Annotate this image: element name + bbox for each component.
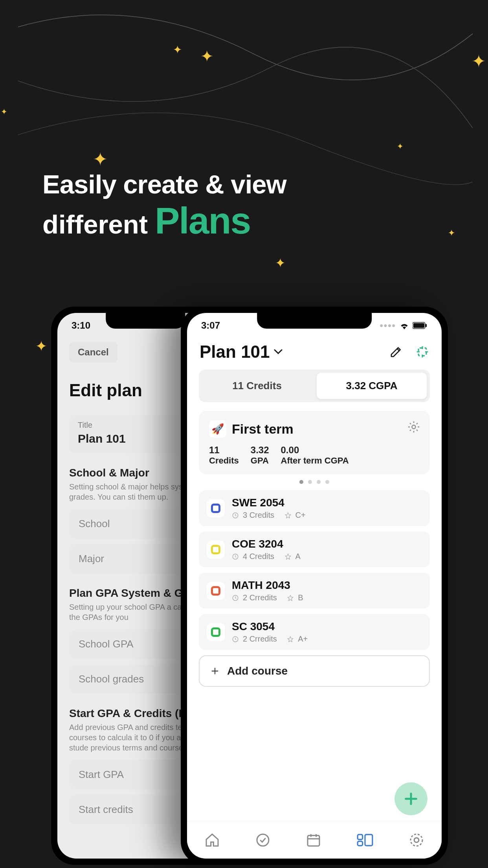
svg-point-15: [411, 834, 422, 846]
gear-icon[interactable]: [407, 420, 420, 434]
course-credits: 2 Crredits: [243, 634, 277, 644]
star-icon: ✦: [173, 43, 182, 56]
star-icon: ✦: [35, 338, 47, 355]
notch: [257, 313, 372, 329]
status-time: 3:10: [72, 320, 90, 331]
svg-point-14: [414, 838, 419, 842]
star-icon: ✦: [275, 256, 286, 270]
term-name: First term: [232, 421, 294, 437]
star-icon: [284, 553, 292, 560]
tab-tasks[interactable]: [255, 832, 271, 848]
headline-line2b: Plans: [155, 199, 250, 242]
check-circle-icon: [255, 832, 271, 848]
segment-credits[interactable]: 11 Credits: [202, 373, 312, 399]
course-meta: 4 Credits A: [232, 552, 301, 561]
term-gpa-lab: GPA: [251, 456, 269, 466]
plus-icon: [211, 667, 219, 675]
wifi-icon: [399, 322, 409, 329]
tab-bar: [187, 821, 442, 859]
course-meta: 2 Crredits A+: [232, 634, 308, 644]
course-color-badge: [207, 582, 225, 600]
plan-title-dropdown[interactable]: Plan 101: [200, 342, 283, 362]
course-name: SC 3054: [232, 620, 308, 633]
cancel-button[interactable]: Cancel: [69, 342, 117, 362]
clock-icon: [232, 512, 239, 519]
course-credits: 2 Crredits: [243, 593, 277, 602]
page-indicator: [187, 480, 442, 484]
term-after-lab: After term CGPA: [281, 456, 349, 466]
star-icon: ✦: [471, 51, 486, 71]
course-grade: A+: [298, 634, 308, 644]
tab-home[interactable]: [204, 832, 220, 848]
star-icon: [287, 636, 294, 643]
course-grade: C+: [295, 511, 306, 520]
course-credits: 3 Credits: [243, 511, 274, 520]
headline-line1: Easily create & view: [42, 169, 286, 199]
course-color-badge: [207, 499, 225, 517]
clock-icon: [232, 594, 239, 601]
sync-icon[interactable]: [416, 345, 429, 359]
course-grade: A: [295, 552, 301, 561]
term-credits-val: 11: [209, 445, 239, 456]
course-meta: 2 Crredits B: [232, 593, 303, 602]
course-name: COE 3204: [232, 538, 301, 550]
svg-rect-12: [358, 841, 363, 846]
status-time: 3:07: [201, 320, 220, 331]
course-name: MATH 2043: [232, 579, 303, 592]
add-course-label: Add course: [227, 665, 288, 677]
term-card[interactable]: 🚀 First term 11 Credits 3.32 GPA 0.00 Af…: [199, 411, 430, 474]
settings-icon: [409, 832, 424, 848]
tab-settings[interactable]: [409, 832, 424, 848]
star-icon: ✦: [448, 228, 455, 238]
course-row[interactable]: SC 3054 2 Crredits A+: [199, 614, 430, 650]
svg-rect-10: [308, 835, 319, 846]
star-icon: ✦: [93, 149, 108, 170]
star-icon: [284, 512, 292, 519]
phone-front: 3:07 •••• Plan 101 11 Credits 3.32 CGPA: [181, 307, 448, 865]
course-row[interactable]: COE 3204 4 Credits A: [199, 531, 430, 567]
plus-icon: [403, 791, 419, 807]
svg-rect-13: [365, 834, 372, 845]
add-course-button[interactable]: Add course: [199, 655, 430, 687]
segment-control: 11 Credits 3.32 CGPA: [199, 370, 430, 402]
headline: Easily create & view different Plans: [42, 169, 286, 242]
term-after-val: 0.00: [281, 445, 349, 456]
course-row[interactable]: SWE 2054 3 Credits C+: [199, 490, 430, 526]
battery-icon: [413, 322, 427, 329]
svg-point-4: [412, 425, 415, 428]
grid-icon: [356, 832, 374, 848]
course-color-badge: [207, 541, 225, 559]
star-icon: ✦: [1, 107, 7, 116]
svg-point-9: [257, 834, 269, 846]
svg-rect-2: [426, 324, 427, 327]
course-name: SWE 2054: [232, 497, 306, 509]
star-icon: [287, 594, 294, 601]
segment-cgpa[interactable]: 3.32 CGPA: [317, 373, 427, 399]
tab-calendar[interactable]: [306, 832, 321, 848]
notch: [106, 313, 185, 329]
edit-icon[interactable]: [390, 346, 402, 358]
svg-rect-3: [418, 348, 426, 356]
term-credits-lab: Credits: [209, 456, 239, 466]
svg-rect-11: [358, 834, 363, 839]
clock-icon: [232, 553, 239, 560]
chevron-down-icon: [274, 349, 283, 355]
headline-line2a: different: [42, 209, 148, 239]
svg-rect-1: [413, 323, 424, 328]
course-meta: 3 Credits C+: [232, 511, 306, 520]
rocket-icon: 🚀: [209, 420, 226, 438]
tab-plans[interactable]: [356, 832, 374, 848]
calendar-icon: [306, 832, 321, 848]
term-gpa-val: 3.32: [251, 445, 269, 456]
clock-icon: [232, 636, 239, 643]
fab-add-button[interactable]: [394, 782, 427, 815]
course-grade: B: [298, 593, 303, 602]
plan-name: Plan 101: [200, 342, 270, 362]
star-icon: ✦: [200, 47, 214, 65]
star-icon: ✦: [397, 142, 404, 151]
course-row[interactable]: MATH 2043 2 Crredits B: [199, 573, 430, 609]
home-icon: [204, 832, 220, 848]
course-color-badge: [207, 623, 225, 641]
course-credits: 4 Credits: [243, 552, 274, 561]
cellular-icon: ••••: [380, 320, 396, 331]
